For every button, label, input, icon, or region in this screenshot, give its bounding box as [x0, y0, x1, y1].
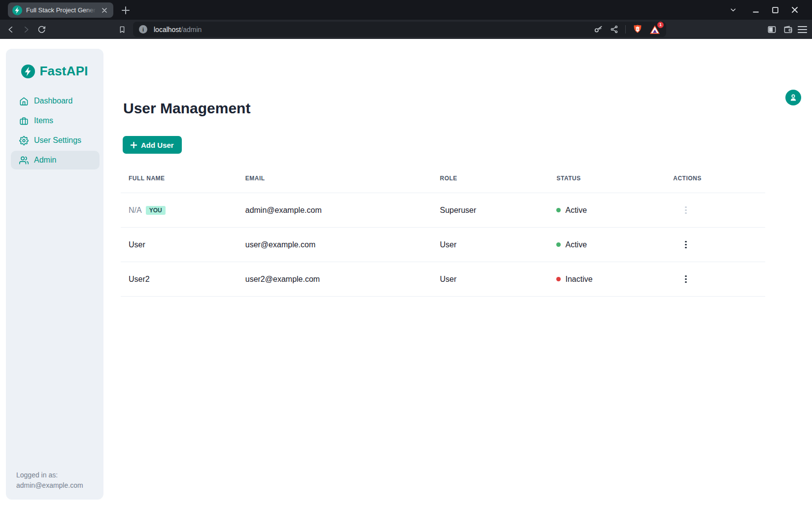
sidebar-item-user-settings[interactable]: User Settings [11, 131, 100, 150]
close-window-button[interactable] [791, 6, 798, 13]
sidebar-item-label: Dashboard [34, 97, 72, 105]
add-user-label: Add User [141, 141, 174, 149]
new-tab-button[interactable] [119, 4, 132, 17]
table-row: N/AYOU admin@example.com Superuser Activ… [121, 193, 765, 228]
maximize-button[interactable] [772, 7, 778, 13]
cell-status: Inactive [565, 275, 592, 284]
table-row: User2 user2@example.com User Inactive [121, 262, 765, 297]
table-header-row: FULL NAME EMAIL ROLE STATUS ACTIONS [121, 163, 765, 193]
minimize-button[interactable] [752, 6, 759, 13]
cell-full-name: User2 [121, 262, 237, 297]
rewards-notification-badge: 1 [657, 22, 664, 28]
users-table: FULL NAME EMAIL ROLE STATUS ACTIONS N/AY… [121, 163, 765, 297]
menu-hamburger-icon[interactable] [798, 26, 807, 34]
browser-toolbar: i localhost/admin 1 [0, 20, 812, 39]
header-actions: ACTIONS [665, 163, 765, 193]
back-button[interactable] [6, 25, 15, 34]
share-icon[interactable] [610, 25, 618, 34]
cell-full-name: N/A [129, 206, 142, 214]
logged-in-email: admin@example.com [16, 480, 83, 491]
site-info-icon[interactable]: i [139, 25, 147, 34]
page-title: User Management [123, 100, 250, 117]
fastapi-lightning-icon [21, 65, 35, 78]
sidebar-panel-icon[interactable] [767, 25, 777, 34]
status-dot-active [556, 242, 561, 247]
browser-tab[interactable]: Full Stack Project Genera [8, 2, 113, 18]
cell-email: user@example.com [237, 228, 432, 262]
home-icon [19, 97, 29, 106]
address-bar[interactable]: i localhost/admin 1 [133, 22, 666, 37]
header-email: EMAIL [237, 163, 432, 193]
forward-button[interactable] [22, 25, 31, 34]
status-dot-active [556, 208, 561, 212]
cell-email: user2@example.com [237, 262, 432, 297]
fastapi-logo: FastAPI [6, 64, 103, 79]
wallet-icon[interactable] [783, 25, 793, 34]
cell-full-name: User [121, 228, 237, 262]
fastapi-favicon-icon [12, 5, 22, 15]
add-user-button[interactable]: Add User [123, 136, 182, 154]
reload-button[interactable] [37, 25, 46, 34]
header-role: ROLE [432, 163, 549, 193]
user-avatar-icon [789, 93, 798, 102]
browser-tab-bar: Full Stack Project Genera [0, 0, 812, 20]
sidebar-nav: Dashboard Items User Settings Admin [6, 92, 103, 169]
cell-role: User [432, 262, 549, 297]
header-full-name: FULL NAME [121, 163, 237, 193]
row-actions-menu-icon[interactable] [680, 239, 692, 251]
logo-text: FastAPI [39, 64, 88, 79]
bookmark-icon[interactable] [118, 25, 126, 34]
brave-shield-icon[interactable] [633, 24, 643, 35]
header-status: STATUS [548, 163, 665, 193]
sidebar-item-items[interactable]: Items [11, 111, 100, 130]
you-badge: YOU [146, 206, 166, 215]
users-icon [19, 156, 29, 165]
sidebar-item-label: User Settings [34, 136, 81, 145]
cell-email: admin@example.com [237, 193, 432, 228]
page-content: FastAPI Dashboard Items User Settings [0, 39, 812, 505]
cell-role: Superuser [432, 193, 549, 228]
tab-title: Full Stack Project Genera [26, 6, 96, 14]
brave-rewards-icon[interactable]: 1 [649, 25, 660, 34]
cell-role: User [432, 228, 549, 262]
sidebar: FastAPI Dashboard Items User Settings [6, 49, 103, 500]
row-actions-menu-icon[interactable] [680, 204, 692, 216]
cell-status: Active [565, 240, 587, 249]
row-actions-menu-icon[interactable] [680, 273, 692, 285]
url-host: localhost [154, 26, 181, 34]
passwords-key-icon[interactable] [594, 25, 603, 34]
toolbar-separator [625, 25, 626, 34]
gear-icon [19, 136, 29, 145]
sidebar-item-label: Items [34, 116, 53, 125]
cell-status: Active [565, 206, 587, 215]
tab-search-chevron-icon[interactable] [730, 6, 737, 13]
table-row: User user@example.com User Active [121, 228, 765, 262]
logged-in-info: Logged in as: admin@example.com [16, 470, 83, 491]
window-controls [730, 0, 812, 20]
status-dot-inactive [556, 277, 561, 281]
user-menu-button[interactable] [785, 90, 801, 105]
sidebar-item-dashboard[interactable]: Dashboard [11, 92, 100, 110]
briefcase-icon [19, 116, 29, 126]
url-text: localhost/admin [154, 26, 202, 34]
tab-close-icon[interactable] [100, 6, 109, 15]
plus-icon [131, 142, 137, 148]
sidebar-item-label: Admin [34, 156, 56, 165]
url-path: /admin [181, 26, 202, 34]
logged-in-label: Logged in as: [16, 470, 83, 480]
sidebar-item-admin[interactable]: Admin [11, 151, 100, 169]
